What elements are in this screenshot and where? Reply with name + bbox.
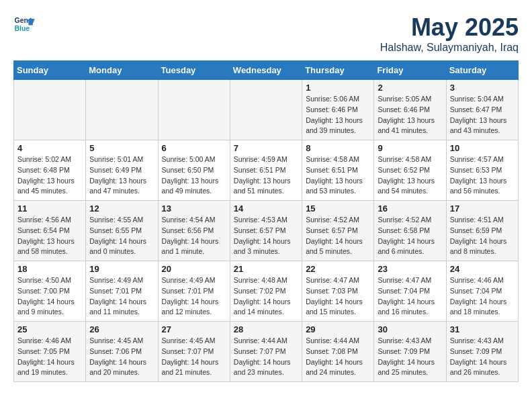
calendar-cell: 10Sunrise: 4:57 AMSunset: 6:53 PMDayligh…: [446, 140, 518, 201]
weekday-header: Sunday: [14, 61, 86, 80]
calendar-cell: 27Sunrise: 4:45 AMSunset: 7:07 PMDayligh…: [158, 322, 230, 382]
calendar-cell: 6Sunrise: 5:00 AMSunset: 6:50 PMDaylight…: [158, 140, 230, 201]
day-info: Sunrise: 4:59 AMSunset: 6:51 PMDaylight:…: [234, 154, 298, 197]
day-number: 26: [89, 324, 154, 334]
calendar-cell: 29Sunrise: 4:44 AMSunset: 7:08 PMDayligh…: [302, 322, 374, 382]
calendar-week-row: 11Sunrise: 4:56 AMSunset: 6:54 PMDayligh…: [14, 201, 519, 261]
day-number: 25: [17, 324, 82, 334]
day-info: Sunrise: 4:47 AMSunset: 7:04 PMDaylight:…: [378, 275, 442, 318]
day-info: Sunrise: 4:49 AMSunset: 7:01 PMDaylight:…: [162, 275, 226, 318]
day-info: Sunrise: 4:55 AMSunset: 6:55 PMDaylight:…: [89, 215, 154, 257]
day-number: 18: [17, 264, 82, 274]
day-number: 19: [89, 264, 154, 274]
logo: General Blue: [13, 13, 35, 35]
calendar-cell: 30Sunrise: 4:43 AMSunset: 7:09 PMDayligh…: [374, 322, 446, 382]
day-info: Sunrise: 4:54 AMSunset: 6:56 PMDaylight:…: [162, 215, 226, 257]
weekday-header: Friday: [374, 61, 446, 80]
day-number: 7: [234, 143, 298, 153]
calendar-cell: [230, 80, 302, 140]
calendar-cell: 15Sunrise: 4:52 AMSunset: 6:57 PMDayligh…: [302, 201, 374, 261]
day-info: Sunrise: 4:58 AMSunset: 6:51 PMDaylight:…: [306, 154, 370, 197]
day-info: Sunrise: 4:45 AMSunset: 7:06 PMDaylight:…: [89, 336, 154, 378]
weekday-header: Monday: [86, 61, 158, 80]
calendar-cell: 20Sunrise: 4:49 AMSunset: 7:01 PMDayligh…: [158, 261, 230, 322]
day-info: Sunrise: 4:43 AMSunset: 7:09 PMDaylight:…: [378, 336, 442, 378]
day-info: Sunrise: 4:45 AMSunset: 7:07 PMDaylight:…: [162, 336, 226, 378]
day-number: 28: [234, 324, 298, 334]
day-info: Sunrise: 4:47 AMSunset: 7:03 PMDaylight:…: [306, 275, 370, 318]
day-number: 22: [306, 264, 370, 274]
day-number: 14: [234, 203, 298, 214]
title-area: May 2025 Halshaw, Sulaymaniyah, Iraq: [380, 13, 519, 54]
svg-text:Blue: Blue: [15, 25, 30, 32]
day-info: Sunrise: 4:52 AMSunset: 6:57 PMDaylight:…: [306, 215, 370, 257]
calendar-cell: 1Sunrise: 5:06 AMSunset: 6:46 PMDaylight…: [302, 80, 374, 140]
day-number: 13: [162, 203, 226, 214]
day-info: Sunrise: 5:04 AMSunset: 6:47 PMDaylight:…: [450, 94, 515, 136]
calendar-cell: 9Sunrise: 4:58 AMSunset: 6:52 PMDaylight…: [374, 140, 446, 201]
day-number: 12: [89, 203, 154, 214]
day-number: 10: [450, 143, 515, 153]
calendar-cell: 25Sunrise: 4:46 AMSunset: 7:05 PMDayligh…: [14, 322, 86, 382]
day-info: Sunrise: 4:46 AMSunset: 7:05 PMDaylight:…: [17, 336, 82, 378]
calendar-cell: 18Sunrise: 4:50 AMSunset: 7:00 PMDayligh…: [14, 261, 86, 322]
calendar-cell: 17Sunrise: 4:51 AMSunset: 6:59 PMDayligh…: [446, 201, 518, 261]
calendar-cell: 28Sunrise: 4:44 AMSunset: 7:07 PMDayligh…: [230, 322, 302, 382]
day-info: Sunrise: 4:49 AMSunset: 7:01 PMDaylight:…: [89, 275, 154, 318]
day-number: 23: [378, 264, 442, 274]
day-info: Sunrise: 4:46 AMSunset: 7:04 PMDaylight:…: [450, 275, 515, 318]
calendar-cell: 2Sunrise: 5:05 AMSunset: 6:46 PMDaylight…: [374, 80, 446, 140]
day-number: 21: [234, 264, 298, 274]
day-number: 3: [450, 83, 515, 93]
page-header: General Blue May 2025 Halshaw, Sulaymani…: [13, 13, 519, 54]
calendar-week-row: 1Sunrise: 5:06 AMSunset: 6:46 PMDaylight…: [14, 80, 519, 140]
day-info: Sunrise: 4:56 AMSunset: 6:54 PMDaylight:…: [17, 215, 82, 257]
day-number: 9: [378, 143, 442, 153]
calendar-table: SundayMondayTuesdayWednesdayThursdayFrid…: [13, 60, 519, 382]
calendar-cell: 21Sunrise: 4:48 AMSunset: 7:02 PMDayligh…: [230, 261, 302, 322]
day-number: 24: [450, 264, 515, 274]
day-info: Sunrise: 4:48 AMSunset: 7:02 PMDaylight:…: [234, 275, 298, 318]
calendar-cell: 7Sunrise: 4:59 AMSunset: 6:51 PMDaylight…: [230, 140, 302, 201]
day-info: Sunrise: 4:44 AMSunset: 7:07 PMDaylight:…: [234, 336, 298, 378]
weekday-header: Thursday: [302, 61, 374, 80]
day-info: Sunrise: 4:58 AMSunset: 6:52 PMDaylight:…: [378, 154, 442, 197]
calendar-cell: [86, 80, 158, 140]
location: Halshaw, Sulaymaniyah, Iraq: [380, 42, 519, 54]
month-title: May 2025: [380, 13, 519, 42]
calendar-cell: 22Sunrise: 4:47 AMSunset: 7:03 PMDayligh…: [302, 261, 374, 322]
calendar-cell: 4Sunrise: 5:02 AMSunset: 6:48 PMDaylight…: [14, 140, 86, 201]
day-info: Sunrise: 5:05 AMSunset: 6:46 PMDaylight:…: [378, 94, 442, 136]
calendar-cell: 26Sunrise: 4:45 AMSunset: 7:06 PMDayligh…: [86, 322, 158, 382]
calendar-cell: [14, 80, 86, 140]
day-number: 31: [450, 324, 515, 334]
calendar-cell: 23Sunrise: 4:47 AMSunset: 7:04 PMDayligh…: [374, 261, 446, 322]
day-info: Sunrise: 5:02 AMSunset: 6:48 PMDaylight:…: [17, 154, 82, 197]
day-number: 5: [89, 143, 154, 153]
calendar-week-row: 25Sunrise: 4:46 AMSunset: 7:05 PMDayligh…: [14, 322, 519, 382]
day-number: 6: [162, 143, 226, 153]
day-number: 17: [450, 203, 515, 214]
day-number: 16: [378, 203, 442, 214]
day-number: 1: [306, 83, 370, 93]
weekday-header: Wednesday: [230, 61, 302, 80]
day-number: 15: [306, 203, 370, 214]
calendar-week-row: 4Sunrise: 5:02 AMSunset: 6:48 PMDaylight…: [14, 140, 519, 201]
calendar-cell: 5Sunrise: 5:01 AMSunset: 6:49 PMDaylight…: [86, 140, 158, 201]
calendar-cell: 11Sunrise: 4:56 AMSunset: 6:54 PMDayligh…: [14, 201, 86, 261]
calendar-cell: 31Sunrise: 4:43 AMSunset: 7:09 PMDayligh…: [446, 322, 518, 382]
day-info: Sunrise: 5:06 AMSunset: 6:46 PMDaylight:…: [306, 94, 370, 136]
day-info: Sunrise: 4:52 AMSunset: 6:58 PMDaylight:…: [378, 215, 442, 257]
day-number: 27: [162, 324, 226, 334]
day-number: 30: [378, 324, 442, 334]
day-info: Sunrise: 5:00 AMSunset: 6:50 PMDaylight:…: [162, 154, 226, 197]
day-info: Sunrise: 5:01 AMSunset: 6:49 PMDaylight:…: [89, 154, 154, 197]
day-number: 29: [306, 324, 370, 334]
calendar-cell: 14Sunrise: 4:53 AMSunset: 6:57 PMDayligh…: [230, 201, 302, 261]
calendar-cell: 13Sunrise: 4:54 AMSunset: 6:56 PMDayligh…: [158, 201, 230, 261]
calendar-cell: 8Sunrise: 4:58 AMSunset: 6:51 PMDaylight…: [302, 140, 374, 201]
weekday-header: Tuesday: [158, 61, 230, 80]
calendar-cell: 24Sunrise: 4:46 AMSunset: 7:04 PMDayligh…: [446, 261, 518, 322]
calendar-cell: [158, 80, 230, 140]
day-number: 8: [306, 143, 370, 153]
